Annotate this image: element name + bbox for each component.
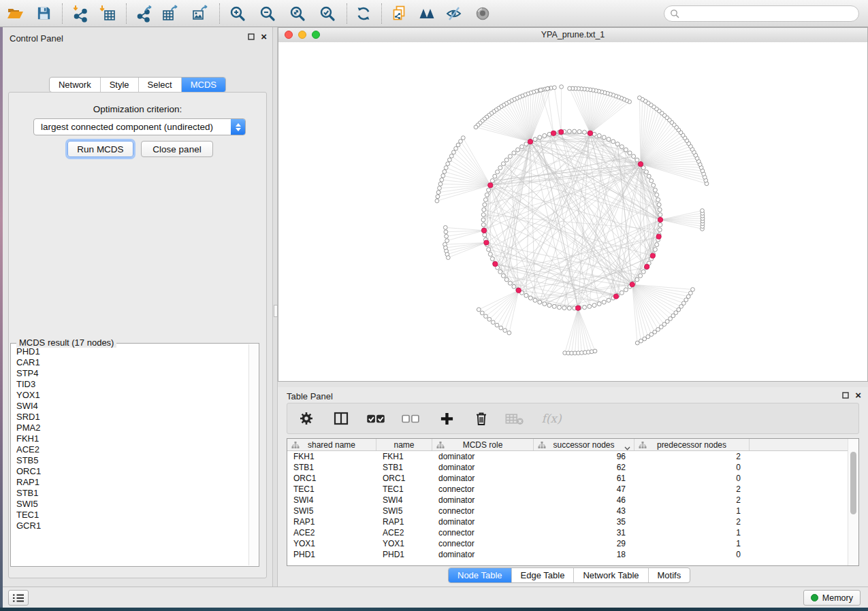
- first-neighbors-icon[interactable]: [417, 3, 436, 24]
- table-cell[interactable]: ACE2: [376, 528, 432, 538]
- graph-leaf-node[interactable]: [568, 86, 572, 90]
- graph-leaf-node[interactable]: [448, 158, 452, 162]
- network-graph[interactable]: [278, 42, 867, 381]
- graph-node[interactable]: [653, 188, 657, 192]
- graph-node[interactable]: [481, 218, 485, 222]
- table-cell[interactable]: TEC1: [376, 484, 432, 494]
- vertical-splitter[interactable]: [272, 27, 278, 587]
- zoom-in-icon[interactable]: [228, 3, 247, 24]
- graph-node[interactable]: [528, 296, 532, 300]
- graph-hub-node[interactable]: [588, 131, 592, 135]
- mcds-result-item[interactable]: STP4: [16, 368, 249, 379]
- table-cell[interactable]: 18: [534, 550, 634, 559]
- table-cell[interactable]: ORC1: [287, 474, 376, 483]
- maximize-window-icon[interactable]: [312, 31, 320, 39]
- graph-node[interactable]: [504, 158, 509, 162]
- graph-node[interactable]: [597, 302, 601, 306]
- graph-hub-node[interactable]: [493, 261, 498, 266]
- graph-node[interactable]: [583, 306, 587, 310]
- graph-node[interactable]: [543, 302, 547, 306]
- graph-node[interactable]: [520, 145, 524, 149]
- status-list-button[interactable]: [8, 590, 29, 606]
- table-cell[interactable]: 0: [634, 550, 750, 559]
- graph-node[interactable]: [552, 304, 556, 308]
- table-cell[interactable]: STB1: [376, 463, 432, 472]
- graph-node[interactable]: [501, 274, 505, 278]
- graph-node[interactable]: [573, 129, 577, 133]
- table-cell[interactable]: 2: [634, 484, 750, 494]
- table-cell[interactable]: 46: [534, 495, 634, 505]
- table-cell[interactable]: FKH1: [376, 452, 432, 461]
- table-row[interactable]: RAP1RAP1dominator352: [287, 516, 858, 527]
- table-cell[interactable]: 47: [534, 484, 634, 494]
- graph-node[interactable]: [512, 284, 516, 288]
- graph-node[interactable]: [488, 252, 492, 257]
- table-row[interactable]: ORC1ORC1dominator610: [287, 473, 858, 484]
- graph-node[interactable]: [482, 208, 486, 212]
- graph-hub-node[interactable]: [613, 294, 618, 299]
- graph-node[interactable]: [562, 306, 566, 310]
- graph-node[interactable]: [620, 291, 624, 295]
- table-cell[interactable]: 1: [634, 539, 750, 548]
- graph-node[interactable]: [583, 130, 587, 134]
- graph-node[interactable]: [524, 142, 528, 146]
- tab-network-table[interactable]: Network Table: [573, 568, 647, 582]
- table-row[interactable]: YOX1YOX1connector291: [287, 538, 858, 549]
- graph-node[interactable]: [658, 222, 662, 227]
- graph-leaf-node[interactable]: [635, 341, 639, 345]
- graph-node[interactable]: [644, 170, 648, 174]
- table-scrollbar-thumb[interactable]: [850, 452, 856, 514]
- graph-node[interactable]: [490, 257, 494, 261]
- graph-node[interactable]: [533, 298, 537, 302]
- network-canvas[interactable]: [278, 42, 867, 381]
- table-cell[interactable]: PHD1: [287, 550, 376, 559]
- graph-leaf-node[interactable]: [701, 209, 705, 213]
- graph-node[interactable]: [592, 303, 596, 308]
- tab-style[interactable]: Style: [100, 78, 138, 92]
- graph-leaf-node[interactable]: [444, 230, 448, 234]
- column-header-successor-nodes[interactable]: successor nodes: [534, 439, 634, 450]
- graph-leaf-node[interactable]: [474, 125, 478, 129]
- apply-layout-icon[interactable]: [354, 3, 373, 24]
- graph-node[interactable]: [483, 233, 487, 237]
- table-cell[interactable]: 31: [534, 528, 634, 538]
- graph-leaf-node[interactable]: [436, 195, 440, 199]
- zoom-selected-icon[interactable]: [318, 3, 337, 24]
- select-all-checks-icon[interactable]: [366, 408, 386, 429]
- graph-node[interactable]: [538, 300, 542, 304]
- graph-leaf-node[interactable]: [438, 182, 443, 186]
- graph-node[interactable]: [533, 137, 537, 142]
- mcds-result-item[interactable]: STB5: [16, 455, 249, 466]
- mcds-result-item[interactable]: CAR1: [16, 357, 249, 368]
- graph-hub-node[interactable]: [658, 217, 662, 222]
- table-cell[interactable]: 35: [534, 517, 634, 527]
- table-cell[interactable]: connector: [432, 506, 534, 516]
- graph-hub-node[interactable]: [630, 282, 634, 286]
- column-header-name[interactable]: name: [376, 439, 432, 450]
- column-header-predecessor-nodes[interactable]: predecessor nodes: [634, 439, 750, 450]
- table-cell[interactable]: 2: [634, 452, 750, 461]
- search-box[interactable]: [664, 5, 859, 22]
- mcds-result-item[interactable]: YOX1: [16, 390, 249, 401]
- graph-leaf-node[interactable]: [539, 88, 543, 93]
- graph-leaf-node[interactable]: [454, 146, 458, 150]
- table-cell[interactable]: RAP1: [376, 517, 432, 527]
- graph-hub-node[interactable]: [528, 139, 532, 144]
- graph-node[interactable]: [487, 248, 491, 252]
- graph-node[interactable]: [481, 222, 485, 227]
- column-header-mcds-role[interactable]: MCDS role: [432, 439, 534, 450]
- graph-node[interactable]: [611, 139, 615, 144]
- graph-node[interactable]: [607, 298, 611, 302]
- show-column-panel-icon[interactable]: [332, 408, 350, 429]
- graph-leaf-node[interactable]: [491, 320, 495, 325]
- graph-node[interactable]: [657, 203, 661, 207]
- graph-leaf-node[interactable]: [444, 166, 448, 170]
- close-panel-button[interactable]: Close panel: [141, 141, 213, 157]
- graph-node[interactable]: [652, 183, 656, 187]
- graph-leaf-node[interactable]: [438, 186, 442, 191]
- tab-edge-table[interactable]: Edge Table: [511, 568, 574, 582]
- graph-node[interactable]: [649, 179, 654, 183]
- graph-leaf-node[interactable]: [446, 256, 450, 260]
- graph-leaf-node[interactable]: [441, 174, 445, 178]
- table-options-icon[interactable]: [298, 408, 315, 429]
